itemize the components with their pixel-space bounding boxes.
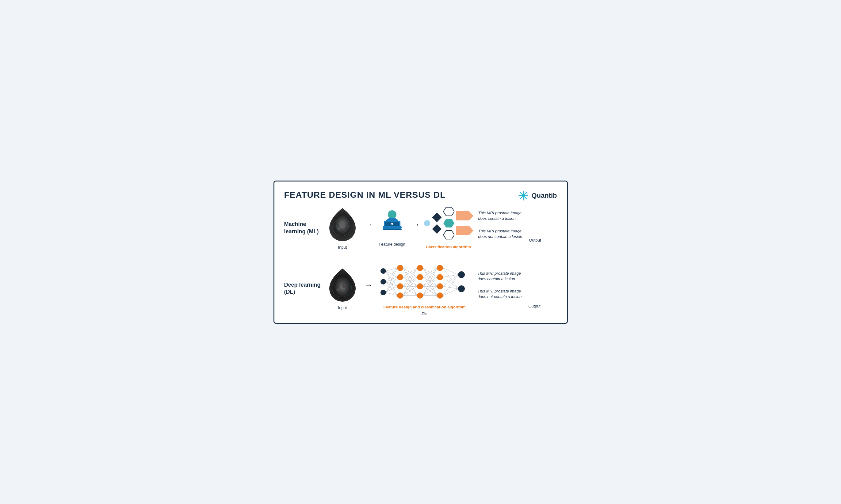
dl-input: Input [326, 267, 359, 310]
ml-diamond-bottom [432, 224, 442, 234]
svg-line-96 [443, 277, 458, 289]
svg-marker-20 [443, 207, 454, 216]
ml-row: Machine learning (ML) [284, 206, 557, 250]
ml-input-node [424, 220, 430, 227]
dl-output: This MRI prostate image does contain a l… [478, 271, 527, 300]
svg-line-58 [386, 292, 397, 295]
ml-output-label-top: This MRI prostate image does contain a l… [478, 210, 527, 221]
ml-feature-label: Feature design [379, 242, 405, 247]
svg-point-30 [380, 268, 386, 274]
ml-diamond-top [432, 213, 442, 222]
section-divider [284, 256, 557, 256]
svg-point-33 [397, 265, 403, 271]
logo: Quantib [518, 190, 557, 201]
ml-label: Machine learning (ML) [284, 221, 324, 235]
ml-output-arrows [456, 211, 473, 235]
svg-point-29 [336, 288, 340, 291]
dl-neural-net: Feature design and classification algori… [377, 262, 472, 316]
svg-point-45 [458, 271, 465, 278]
ml-mri-image [326, 206, 359, 242]
ml-input: Input [326, 206, 359, 250]
svg-point-35 [397, 283, 403, 289]
svg-line-91 [443, 268, 458, 275]
dl-output-label-bottom: This MRI prostate image does not contain… [478, 288, 527, 300]
svg-point-44 [437, 292, 443, 299]
svg-line-95 [443, 268, 458, 289]
svg-line-97 [443, 286, 458, 289]
svg-point-16 [391, 223, 393, 225]
svg-point-28 [342, 283, 347, 288]
ml-hex-outline-top [443, 206, 454, 216]
dl-etc-label: Etc. [422, 312, 427, 316]
person-laptop-icon [378, 210, 406, 239]
dl-combined-label: Feature design and classification algori… [383, 305, 465, 309]
dl-row: Deep learning (DL) [284, 262, 557, 316]
svg-point-8 [341, 222, 346, 227]
dl-input-label: Input [338, 305, 347, 310]
dl-network-diagram [377, 262, 472, 302]
svg-rect-13 [383, 229, 401, 230]
logo-text: Quantib [531, 192, 557, 200]
ml-hex-outline-bot [443, 230, 454, 240]
dl-output-label-top: This MRI prostate image does contain a l… [478, 271, 527, 282]
svg-rect-19 [432, 224, 442, 234]
dl-output-label: Output [529, 304, 540, 308]
svg-point-39 [417, 283, 423, 289]
svg-marker-21 [443, 219, 454, 228]
svg-rect-18 [432, 213, 442, 222]
svg-point-36 [397, 292, 403, 299]
quantib-icon [518, 190, 529, 201]
header: FEATURE DESIGN IN ML VERSUS DL Quantib [284, 190, 557, 201]
svg-point-38 [417, 274, 423, 280]
ml-pentagon-top [456, 211, 473, 220]
svg-line-94 [443, 275, 458, 295]
svg-point-46 [458, 285, 465, 292]
svg-point-40 [417, 292, 423, 299]
svg-marker-22 [443, 231, 454, 239]
svg-line-48 [386, 271, 397, 277]
ml-pentagon-bottom [456, 226, 473, 235]
ml-classification-label: Classification algorithm [426, 245, 471, 249]
ml-output: This MRI prostate image does contain a l… [478, 210, 527, 239]
svg-point-32 [380, 290, 386, 295]
svg-point-17 [424, 220, 430, 226]
ml-hex-teal-mid [443, 218, 454, 228]
dl-mri-image [326, 267, 359, 302]
svg-point-31 [380, 279, 386, 285]
dl-section: Deep learning (DL) [284, 257, 557, 316]
svg-line-93 [443, 275, 458, 286]
ml-output-word: Output [529, 237, 541, 243]
dl-output-text1: This MRI prostate image does contain a l… [478, 271, 527, 282]
ml-output-text1: This MRI prostate image does contain a l… [478, 210, 527, 221]
ml-classification: Classification algorithm [424, 206, 473, 249]
dl-output-text2: This MRI prostate image does not contain… [478, 288, 527, 300]
ml-arrow2: → [411, 220, 420, 236]
svg-marker-23 [456, 211, 473, 220]
svg-line-57 [386, 286, 397, 292]
ml-output-label-bottom: This MRI prostate image does not contain… [478, 228, 527, 239]
svg-point-34 [397, 274, 403, 280]
ml-section: Machine learning (ML) [284, 206, 557, 254]
dl-output-word: Output [529, 303, 540, 309]
ml-hex-col1 [443, 206, 454, 240]
dl-label: Deep learning (DL) [284, 282, 324, 296]
svg-line-98 [443, 289, 458, 295]
svg-point-43 [437, 283, 443, 289]
svg-point-10 [388, 210, 396, 219]
page-title: FEATURE DESIGN IN ML VERSUS DL [284, 190, 446, 200]
svg-point-9 [337, 227, 340, 230]
main-card: FEATURE DESIGN IN ML VERSUS DL Quantib M… [273, 181, 568, 324]
ml-output-text2: This MRI prostate image does not contain… [478, 228, 527, 239]
dl-arrow1: → [364, 281, 373, 296]
svg-point-41 [437, 265, 443, 271]
svg-line-47 [386, 268, 397, 271]
ml-input-label: Input [338, 245, 347, 250]
ml-output-label: Output [529, 238, 541, 242]
ml-arrow1: → [364, 220, 373, 236]
ml-diamond-col [432, 213, 442, 234]
svg-marker-24 [456, 226, 473, 235]
svg-point-37 [417, 265, 423, 271]
svg-line-92 [443, 275, 458, 277]
ml-feature-design: Feature design [378, 210, 406, 247]
svg-point-42 [437, 274, 443, 280]
